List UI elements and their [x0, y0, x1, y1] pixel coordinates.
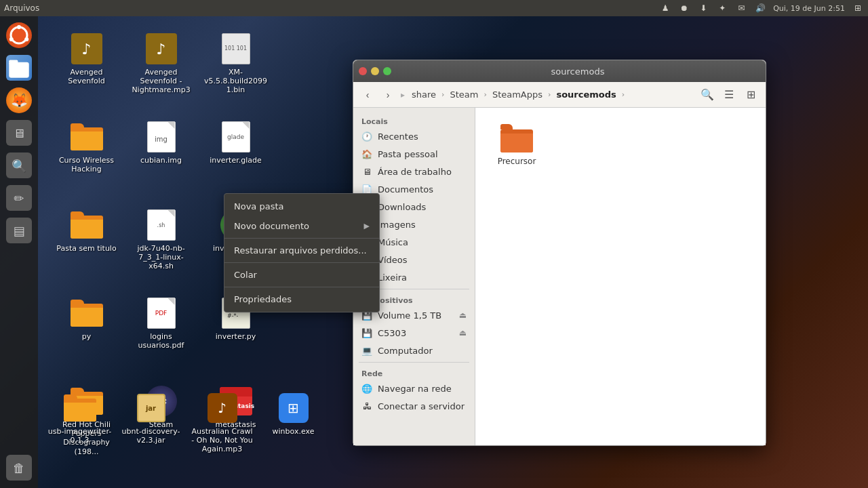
sidebar-item-label: C5303 [378, 328, 406, 338]
binary-file-icon: 101 101 [222, 33, 250, 64]
desktop-icon-ubnt[interactable]: jar ubnt-discovery-v2.3.jar [115, 386, 186, 460]
context-menu-colar[interactable]: Colar [224, 265, 379, 285]
desktop-icon-logins[interactable]: PDF logins usuarios.pdf [125, 291, 197, 380]
sidebar-item-conectar[interactable]: 🖧 Conectar a servidor [353, 397, 475, 415]
back-button[interactable]: ‹ [359, 86, 376, 104]
sidebar-item-label: Computador [378, 346, 433, 356]
sidebar-item-label: Volume 1,5 TB [378, 310, 441, 321]
breadcrumb-sep2: › [484, 90, 486, 99]
eject-icon[interactable]: ⏏ [459, 310, 467, 320]
desktop-icon-xm[interactable]: 101 101 XM-v5.5.8.build20991.bin [200, 27, 271, 115]
fm-content: Locais 🕐 Recentes 🏠 Pasta pessoal 🖥 Área… [353, 108, 766, 445]
context-menu-nova-pasta[interactable]: Nova pasta [224, 197, 379, 216]
sidebar-item-label: Vídeos [378, 255, 407, 265]
taskbar-left: Arquivos [4, 3, 39, 13]
sidebar-item-label: Lixeira [378, 272, 407, 283]
dock-files-button[interactable] [4, 53, 34, 83]
desktop-icon-label: jdk-7u40-nb-7_3_1-linux-x64.sh [128, 244, 194, 271]
close-button[interactable] [359, 67, 367, 75]
maximize-button[interactable] [383, 67, 391, 75]
bluetooth-tray-icon[interactable]: ✦ [716, 2, 728, 14]
desktop-icon-pasta[interactable]: Pasta sem titulo [51, 203, 122, 291]
window-title: sourcemods [395, 66, 760, 77]
download-tray-icon[interactable]: ⬇ [697, 2, 709, 14]
breadcrumb-sourcemods[interactable]: sourcemods [553, 88, 618, 101]
clock-icon: 🕐 [361, 131, 372, 142]
svg-point-3 [9, 37, 14, 41]
context-menu-novo-documento[interactable]: Novo documento ▶ [224, 216, 379, 236]
steam-tray-icon[interactable]: ♟ [659, 2, 671, 14]
monitor-icon: 🖥 [6, 120, 32, 146]
desktop-icon-label: Avenged Sevenfold -Nightmare.mp3 [128, 68, 194, 95]
desktop-icon-py[interactable]: py [51, 291, 122, 380]
firefox-icon: 🦊 [6, 87, 32, 113]
dock-editor-button[interactable]: ✏ [4, 183, 34, 213]
sidebar-item-desktop[interactable]: 🖥 Área de trabalho [353, 163, 475, 180]
files-icon [6, 55, 32, 81]
ctx-item-label: Propriedades [234, 294, 292, 304]
dock-monitor-button[interactable]: 🖥 [4, 118, 34, 148]
grid-view-button[interactable]: ⊞ [741, 85, 760, 104]
editor-icon: ✏ [6, 185, 32, 211]
toolbar-right: 🔍 ☰ ⊞ [698, 85, 760, 104]
mail-tray-icon[interactable]: ✉ [735, 2, 747, 14]
desktop-icon-curso[interactable]: Curso Wireless Hacking [51, 115, 122, 203]
desktop-icon-avenged2[interactable]: ♪ Avenged Sevenfold -Nightmare.mp3 [125, 27, 197, 115]
sidebar-item-computador[interactable]: 💻 Computador [353, 342, 475, 359]
volume-tray-icon[interactable]: 🔊 [754, 2, 766, 14]
trash-icon: 🗑 [6, 455, 32, 481]
dock-firefox-button[interactable]: 🦊 [4, 85, 34, 115]
ubuntu-logo-icon [6, 22, 32, 48]
desktop-icon-cubian[interactable]: img cubian.img [125, 115, 197, 203]
sidebar-item-recentes[interactable]: 🕐 Recentes [353, 127, 475, 145]
desktop-icon-label: Avenged Sevenfold [54, 68, 119, 85]
breadcrumb-sep3: › [548, 90, 551, 99]
display-tray-icon[interactable]: ⊞ [852, 2, 864, 14]
taskbar-right: ♟ ⏺ ⬇ ✦ ✉ 🔊 Qui, 19 de Jun 2:51 ⊞ [659, 2, 864, 14]
breadcrumb-steamapps[interactable]: SteamApps [490, 88, 545, 101]
ctx-item-label: Nova pasta [234, 201, 284, 211]
dock-terminal-button[interactable]: ▤ [4, 216, 34, 245]
desktop-icon-usb[interactable]: usb-imagewriter-0.1.3 [44, 386, 115, 460]
search-button[interactable]: 🔍 [698, 85, 717, 104]
ctx-item-label: Restaurar arquivos perdidos... [234, 245, 367, 256]
folder-icon [71, 123, 103, 150]
desktop-icon-australian[interactable]: ♪ Australian Crawl - Oh No, Not You Agai… [186, 386, 258, 460]
desktop-icon-label: usb-imagewriter-0.1.3 [47, 427, 113, 445]
network-icon: 🌐 [361, 383, 372, 394]
forward-button[interactable]: › [379, 86, 397, 104]
document-icon: glade [222, 121, 250, 152]
submenu-arrow-icon: ▶ [364, 222, 370, 230]
list-view-button[interactable]: ☰ [719, 85, 738, 104]
sidebar-item-c5303[interactable]: 💾 C5303 ⏏ [353, 324, 475, 342]
sidebar-item-pasta-pessoal[interactable]: 🏠 Pasta pessoal [353, 145, 475, 163]
breadcrumb-share[interactable]: share [409, 88, 439, 101]
desktop-icon-winbox[interactable]: ⊞ winbox.exe [258, 386, 329, 460]
taskbar-title: Arquivos [4, 3, 39, 13]
folder-icon [71, 211, 103, 239]
breadcrumb-sep4: › [622, 90, 625, 99]
dock-search-button[interactable]: 🔍 [4, 150, 34, 180]
breadcrumb-sep1: › [441, 90, 444, 99]
minimize-button[interactable] [371, 67, 379, 75]
ctx-separator3 [224, 287, 379, 287]
music-file-icon: ♪ [71, 33, 102, 64]
desktop-icon-jdk[interactable]: .sh jdk-7u40-nb-7_3_1-linux-x64.sh [125, 203, 197, 291]
camera-tray-icon[interactable]: ⏺ [678, 2, 690, 14]
context-menu-propriedades[interactable]: Propriedades [224, 289, 379, 309]
desktop-icon-label: cubian.img [140, 156, 182, 165]
desktop-icon-label: XM-v5.5.8.build20991.bin [203, 68, 269, 95]
desktop-icon-inverterglade[interactable]: glade inverter.glade [200, 115, 271, 203]
breadcrumb-steam[interactable]: Steam [447, 88, 481, 101]
sidebar-item-navegar[interactable]: 🌐 Navegar na rede [353, 380, 475, 397]
context-menu-restaurar[interactable]: Restaurar arquivos perdidos... [224, 241, 379, 260]
dock-ubuntu-button[interactable] [4, 20, 34, 50]
eject-icon[interactable]: ⏏ [459, 328, 467, 338]
taskbar: Arquivos ♟ ⏺ ⬇ ✦ ✉ 🔊 Qui, 19 de Jun 2:51… [0, 0, 868, 16]
file-item-precursor[interactable]: Precursor [486, 119, 547, 171]
ctx-separator2 [224, 262, 379, 263]
desktop-icon-avenged1[interactable]: ♪ Avenged Sevenfold [51, 27, 122, 115]
svg-point-1 [17, 25, 21, 29]
desktop-icon-label: ubnt-discovery-v2.3.jar [118, 427, 184, 445]
dock-trash-button[interactable]: 🗑 [4, 453, 34, 483]
